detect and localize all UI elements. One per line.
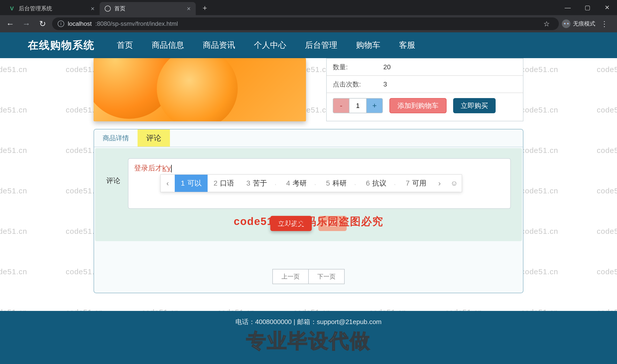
globe-favicon-icon (105, 6, 111, 12)
site-brand: 在线购物系统 (28, 38, 95, 52)
bookmark-star-icon[interactable]: ☆ (540, 20, 553, 28)
url-host: localhost (68, 20, 92, 27)
tab-close-icon[interactable]: × (187, 5, 191, 13)
url-path: :8080/sp-ssmv/front/index.html (95, 20, 178, 27)
tab-close-icon[interactable]: × (91, 5, 95, 13)
nav-item-6[interactable]: 客服 (397, 33, 417, 57)
qty-plus-button[interactable]: + (367, 99, 382, 113)
next-page-button[interactable]: 下一页 (308, 269, 345, 284)
incognito-label: 无痕模式 (573, 20, 595, 28)
quantity-stepper: - + (333, 98, 383, 113)
site-footer: 电话：4008000000 | 邮箱：support@21epub.com 专业… (0, 311, 617, 364)
comment-field-label: 评论 (106, 158, 120, 186)
comment-typed-text: 登录后才k'y (134, 164, 172, 172)
tab-title: 首页 (114, 5, 125, 12)
comment-textarea[interactable]: 登录后才k'y ‹ 1可以2口语3苦于、4考研、5科研、6抗议、7可用 › ☺ (128, 158, 511, 209)
ime-candidate-0[interactable]: 1可以 (175, 175, 208, 192)
info-label: 数量: (333, 63, 383, 72)
ime-candidate-bar[interactable]: ‹ 1可以2口语3苦于、4考研、5科研、6抗议、7可用 › ☺ (160, 174, 462, 192)
nav-forward-button[interactable]: → (20, 17, 33, 30)
tab-comments[interactable]: 评论 (138, 129, 170, 147)
buy-now-button[interactable]: 立即购买 (453, 98, 496, 113)
prev-page-button[interactable]: 上一页 (272, 269, 308, 284)
site-header: 在线购物系统 首页商品信息商品资讯个人中心后台管理购物车客服 (0, 32, 617, 58)
vue-favicon-icon: V (9, 5, 15, 12)
panel-tabs: 商品详情 评论 (94, 129, 523, 147)
site-info-icon[interactable]: i (58, 20, 64, 27)
browser-tab-0[interactable]: V 后台管理系统 × (4, 2, 100, 15)
ime-candidate-2[interactable]: 3苦于 (240, 175, 273, 192)
incognito-indicator[interactable]: 👓 无痕模式 (562, 19, 595, 28)
ime-candidate-3[interactable]: 4考研 (280, 175, 313, 192)
browser-titlebar: V 后台管理系统 × 首页 × + — ▢ ✕ (0, 0, 617, 15)
info-row-qty: 数量: 20 (327, 59, 523, 76)
submit-comment-button[interactable]: 立即提交 (270, 216, 312, 231)
url-input[interactable]: i localhost:8080/sp-ssmv/front/index.htm… (52, 17, 559, 30)
nav-item-5[interactable]: 购物车 (354, 33, 382, 57)
window-maximize-button[interactable]: ▢ (578, 0, 597, 15)
product-info-box: 数量: 20 点击次数: 3 - + 添加到购物车 立 (326, 58, 523, 121)
comment-pager: 上一页 下一页 (94, 269, 523, 284)
add-to-cart-button[interactable]: 添加到购物车 (389, 98, 447, 113)
browser-tab-1[interactable]: 首页 × (100, 2, 196, 15)
tab-product-detail[interactable]: 商品详情 (94, 129, 138, 147)
nav-item-1[interactable]: 商品信息 (150, 33, 186, 57)
ime-prev-icon[interactable]: ‹ (161, 175, 175, 192)
qty-input[interactable] (349, 99, 367, 113)
nav-item-0[interactable]: 首页 (115, 33, 135, 57)
ime-candidate-4[interactable]: 5科研 (320, 175, 353, 192)
ime-next-icon[interactable]: › (432, 175, 447, 192)
browser-menu-button[interactable]: ⋮ (598, 20, 611, 28)
tab-title: 后台管理系统 (19, 5, 52, 12)
footer-contact: 电话：4008000000 | 邮箱：support@21epub.com (235, 317, 382, 326)
qty-minus-button[interactable]: - (333, 99, 349, 113)
product-image (94, 58, 306, 121)
nav-item-2[interactable]: 商品资讯 (201, 33, 237, 57)
ime-candidate-6[interactable]: 7可用 (400, 175, 432, 192)
detail-panel: 商品详情 评论 评论 登录后才k'y ‹ 1可以2口语3 (94, 129, 523, 293)
reset-comment-button[interactable]: 重置 (318, 216, 347, 231)
nav-back-button[interactable]: ← (4, 17, 17, 30)
window-close-button[interactable]: ✕ (597, 0, 617, 15)
site-menu: 首页商品信息商品资讯个人中心后台管理购物车客服 (115, 33, 417, 57)
browser-address-bar: ← → ↻ i localhost:8080/sp-ssmv/front/ind… (0, 15, 617, 32)
nav-item-4[interactable]: 后台管理 (303, 33, 339, 57)
nav-item-3[interactable]: 个人中心 (252, 33, 288, 57)
info-value: 20 (383, 63, 391, 71)
ime-candidate-5[interactable]: 6抗议 (360, 175, 393, 192)
info-row-clicks: 点击次数: 3 (327, 76, 523, 93)
incognito-icon: 👓 (562, 19, 570, 28)
new-tab-button[interactable]: + (199, 3, 210, 14)
footer-big-text: 专业毕设代做 (246, 328, 371, 354)
nav-reload-button[interactable]: ↻ (36, 17, 49, 30)
ime-candidate-1[interactable]: 2口语 (208, 175, 240, 192)
window-minimize-button[interactable]: — (558, 0, 578, 15)
ime-emoji-icon[interactable]: ☺ (447, 179, 462, 187)
info-value: 3 (383, 80, 387, 88)
info-label: 点击次数: (333, 80, 383, 89)
